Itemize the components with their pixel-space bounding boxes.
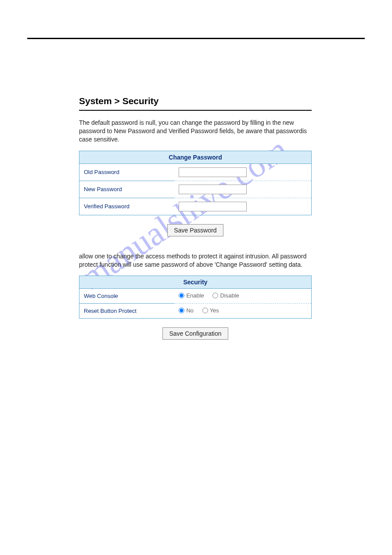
old-password-label: Old Password bbox=[79, 163, 175, 181]
change-password-panel: Change Password Old Password New Passwor… bbox=[79, 151, 312, 215]
new-password-input[interactable] bbox=[179, 185, 247, 194]
table-row: Web Console Enable Disable bbox=[79, 289, 312, 304]
web-console-enable-radio[interactable] bbox=[179, 293, 184, 298]
new-password-label: New Password bbox=[79, 181, 175, 198]
change-password-header: Change Password bbox=[79, 151, 312, 163]
intro-paragraph: The default password is null, you can ch… bbox=[79, 119, 312, 144]
web-console-disable-option[interactable]: Disable bbox=[212, 292, 239, 299]
verified-password-label: Verified Password bbox=[79, 198, 175, 215]
old-password-input[interactable] bbox=[179, 167, 247, 177]
reset-button-yes-option[interactable]: Yes bbox=[202, 307, 219, 314]
web-console-label: Web Console bbox=[79, 289, 175, 304]
reset-button-protect-label: Reset Button Protect bbox=[79, 304, 175, 319]
reset-button-yes-radio[interactable] bbox=[202, 308, 208, 313]
security-panel: Security Web Console Enable Disable Rese… bbox=[79, 276, 312, 319]
reset-button-no-text: No bbox=[186, 307, 194, 314]
page-top-rule bbox=[27, 38, 365, 39]
web-console-disable-text: Disable bbox=[220, 292, 239, 299]
breadcrumb: System > Security bbox=[79, 96, 312, 111]
security-header: Security bbox=[79, 276, 312, 289]
verified-password-input[interactable] bbox=[179, 202, 247, 211]
table-row: Old Password bbox=[79, 163, 312, 181]
reset-button-yes-text: Yes bbox=[210, 307, 219, 314]
security-intro-paragraph: allow one to change the access methods t… bbox=[79, 252, 312, 269]
table-row: Verified Password bbox=[79, 198, 312, 215]
save-configuration-button[interactable]: Save Configuration bbox=[162, 327, 228, 340]
table-row: Reset Button Protect No Yes bbox=[79, 304, 312, 319]
web-console-enable-option[interactable]: Enable bbox=[179, 292, 204, 299]
web-console-disable-radio[interactable] bbox=[212, 293, 218, 298]
web-console-enable-text: Enable bbox=[186, 292, 204, 299]
reset-button-no-radio[interactable] bbox=[179, 308, 184, 313]
reset-button-no-option[interactable]: No bbox=[179, 307, 194, 314]
table-row: New Password bbox=[79, 181, 312, 198]
save-password-button[interactable]: Save Password bbox=[167, 224, 223, 236]
